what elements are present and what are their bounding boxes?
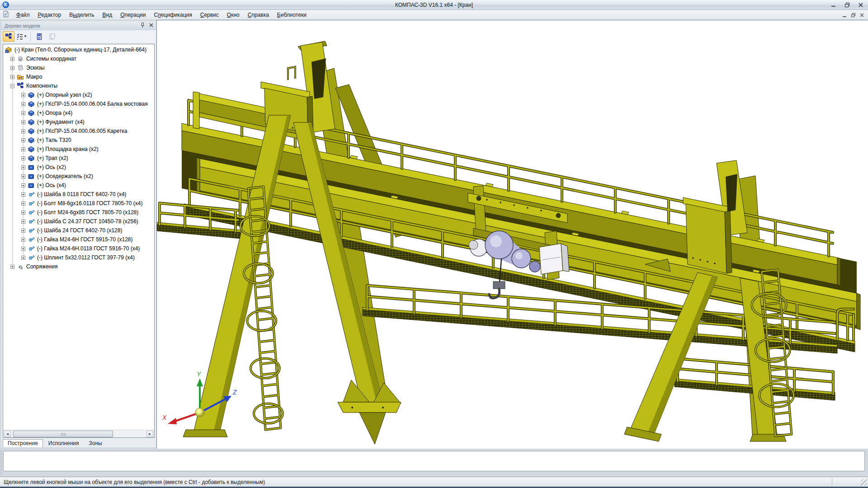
tree-item[interactable]: +Системы координат [3,54,154,63]
report-button[interactable] [33,31,45,42]
expand-icon[interactable]: + [21,93,25,97]
menu-Редактор[interactable]: Редактор [34,11,66,19]
chevron-down-icon[interactable]: ▼ [24,34,27,38]
expand-icon[interactable]: + [21,202,25,206]
tree-item[interactable]: +(+) Опора (x4) [3,108,154,117]
tree-item[interactable]: +(-) Гайка М24-6Н ГОСТ 5915-70 (x128) [3,235,154,244]
tree-item-label: (-) Шайба 24 ГОСТ 6402-70 (x128) [37,227,122,234]
panel-close-icon[interactable] [148,22,154,29]
resize-grip[interactable] [861,479,867,486]
minimize-button[interactable] [829,1,838,8]
model-tree-header: Дерево модели [1,21,156,30]
expand-icon[interactable]: + [21,183,25,188]
menu-Библиотеки[interactable]: Библиотеки [273,11,311,19]
tree-hscrollbar[interactable]: ◄ ► [3,430,154,437]
tree-item[interactable]: +(+) Фундамент (x4) [3,117,154,127]
copy-report-button[interactable] [47,31,58,42]
menu-Операции[interactable]: Операции [116,11,150,19]
tree-item[interactable]: +Сопряжения [3,262,154,271]
restore-button[interactable] [843,1,852,8]
control-cabinet[interactable] [539,244,569,274]
menu-Справка[interactable]: Справка [244,11,273,19]
tree-item-label: (+) Оседержатель (x2) [37,173,93,179]
expand-icon[interactable]: + [21,129,25,133]
message-box[interactable] [3,451,865,471]
expand-icon[interactable]: + [21,120,25,124]
svg-text:Z: Z [232,389,237,396]
tree-item[interactable]: +(+) Оседержатель (x2) [3,172,154,181]
menu-Вид[interactable]: Вид [99,11,117,19]
tree-item[interactable]: +(+) Трап (x2) [3,154,154,163]
expand-icon[interactable]: + [21,192,25,197]
expand-icon[interactable]: + [21,147,25,151]
tree-item[interactable]: +(+) Ось (x2) [3,163,154,172]
close-button[interactable] [856,1,865,8]
menu-Спецификация[interactable]: Спецификация [150,11,196,19]
tree-item-label: Макро [26,74,42,80]
tree-item[interactable]: +(+) Ось (x4) [3,181,154,190]
collapse-icon[interactable]: − [10,84,14,88]
expand-icon[interactable]: + [21,165,25,169]
expand-icon[interactable]: + [10,265,14,269]
mdi-restore-button[interactable] [851,11,856,19]
fastener-icon [28,200,35,207]
expand-icon[interactable]: + [21,220,25,224]
expand-icon[interactable]: + [21,102,25,106]
part-icon [28,173,35,180]
tree-item[interactable]: +(+) Опорный узел (x2) [3,90,154,99]
pin-icon[interactable] [140,22,146,29]
expand-icon[interactable]: + [10,66,14,70]
tree-item-label: Эскизы [26,65,45,71]
expand-icon[interactable]: + [21,156,25,160]
fastener-icon [28,218,35,225]
menu-Выделить[interactable]: Выделить [65,11,98,19]
tree-item-label: Сопряжения [26,263,57,270]
list-view-button[interactable]: ▼ [16,31,28,42]
scroll-thumb[interactable] [13,431,113,437]
tree-item[interactable]: +Эскизы [3,63,154,72]
mdi-close-button[interactable] [859,11,864,19]
tree-item[interactable]: +(-) Шайба 24 ГОСТ 6402-70 (x128) [3,226,154,235]
tree-item[interactable]: +(+) Таль Т320 [3,136,154,145]
tree-item[interactable]: (-) Кран (Тел-0, Сборочных единиц-17, Де… [3,45,154,54]
tree-item[interactable]: +(-) Шайба С 24.37 ГОСТ 10450-78 (x256) [3,217,154,226]
menu-Файл[interactable]: Файл [12,11,34,19]
tree-item[interactable]: +(+) ГКсПР-15.04.000.06.004 Балка мостов… [3,99,154,108]
tree-item-label: (+) Ось (x4) [37,182,66,188]
menu-Окно[interactable]: Окно [223,11,244,19]
sketch-icon [17,64,24,71]
tree-item[interactable]: +(-) Болт М8-6gx16.0118 ГОСТ 7805-70 (x4… [3,199,154,208]
tree-item-label: (-) Гайка М24-6Н.0118 ГОСТ 5916-70 (x4) [37,245,140,252]
expand-icon[interactable]: + [21,174,25,178]
expand-icon[interactable]: + [21,138,25,142]
3d-viewport[interactable]: X Y Z [156,20,868,449]
tree-item[interactable]: +(+) ГКсПР-15.04.000.06.005 Каретка [3,127,154,136]
tree-item[interactable]: +Макро [3,72,154,81]
expand-icon[interactable]: + [21,111,25,115]
tree-item[interactable]: +(-) Гайка М24-6Н.0118 ГОСТ 5916-70 (x4) [3,244,154,253]
crane-model[interactable]: X Y Z [157,20,868,449]
tree-item[interactable]: −Компоненты [3,81,154,90]
tab-Исполнения[interactable]: Исполнения [44,440,84,447]
expand-icon[interactable]: + [21,238,25,242]
svg-text:X: X [162,414,167,421]
expand-icon[interactable]: + [21,247,25,251]
expand-icon[interactable]: + [10,75,14,79]
mdi-minimize-button[interactable] [842,11,847,19]
expand-icon[interactable]: + [21,229,25,233]
tree-item[interactable]: +(-) Шплинт 5x32.0112 ГОСТ 397-79 (x4) [3,253,154,262]
tree-item[interactable]: +(+) Площадка крана (x2) [3,145,154,154]
scroll-right-arrow[interactable]: ► [146,431,153,437]
expand-icon[interactable]: + [10,57,14,61]
structure-view-button[interactable] [3,31,14,42]
tree-item[interactable]: +(-) Шайба 8 0118 ГОСТ 6402-70 (x4) [3,190,154,199]
scroll-left-arrow[interactable]: ◄ [4,431,11,437]
expand-icon[interactable]: + [21,211,25,215]
tree-item[interactable]: +(-) Болт М24-6gx85 ГОСТ 7805-70 (x128) [3,208,154,217]
menu-Сервис[interactable]: Сервис [196,11,223,19]
tab-Зоны[interactable]: Зоны [85,440,107,447]
tab-Построение[interactable]: Построение [3,439,43,447]
property-bar-grip[interactable] [0,450,2,475]
expand-icon[interactable]: + [21,256,25,260]
components-icon [17,82,24,89]
